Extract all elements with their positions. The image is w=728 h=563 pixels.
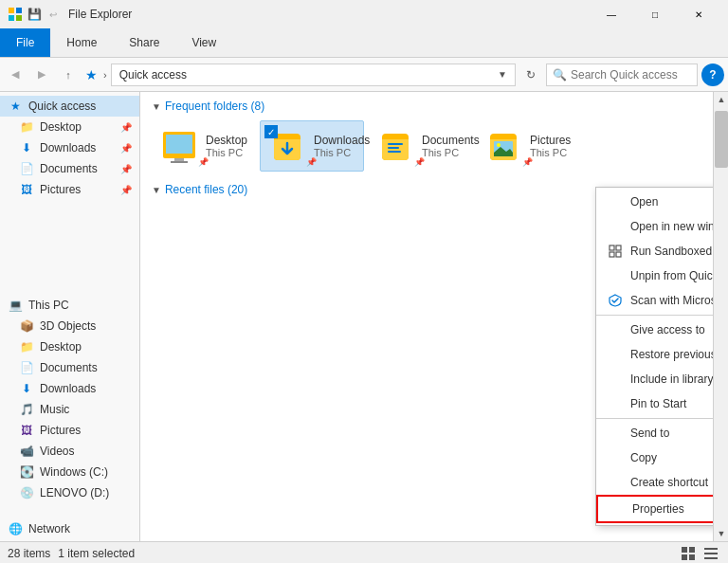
folder-item-info-documents: Documents This PC — [422, 134, 464, 158]
svg-rect-1 — [16, 8, 22, 13]
sidebar-item-lenovo[interactable]: 💿 LENOVO (D:) — [0, 482, 139, 503]
sidebar: ★ Quick access 📁 Desktop 📌 ⬇ Downloads 📌… — [0, 92, 140, 541]
folder-pin-desktop: 📌 — [198, 157, 209, 167]
sidebar-item-pictures-pc[interactable]: 🖼 Pictures — [0, 420, 139, 441]
menu-run-sandboxed[interactable]: Run Sandboxed — [596, 239, 713, 263]
sidebar-item-videos[interactable]: 📹 Videos — [0, 441, 139, 462]
menu-create-shortcut[interactable]: Create shortcut — [596, 470, 713, 495]
desktop-pc-icon: 📁 — [19, 339, 34, 354]
scroll-down-button[interactable]: ▼ — [714, 526, 728, 541]
folder-item-info-desktop: Desktop This PC — [206, 134, 247, 158]
sandboxed-icon — [608, 244, 623, 259]
sidebar-item-3d-objects[interactable]: 📦 3D Objects — [0, 316, 139, 336]
forward-button[interactable]: ▶ — [30, 64, 53, 86]
frequent-folders-header[interactable]: ▼ Frequent folders (8) — [152, 100, 701, 113]
menu-properties[interactable]: Properties — [596, 495, 713, 523]
chevron-down-icon: ▼ — [152, 101, 161, 112]
path-separator-icon: › — [103, 69, 107, 81]
scrollbar[interactable]: ▲ ▼ — [713, 92, 728, 541]
windows-drive-icon: 💽 — [19, 464, 34, 480]
svg-rect-19 — [682, 554, 687, 560]
help-button[interactable]: ? — [701, 64, 724, 86]
menu-open[interactable]: Open — [596, 190, 713, 214]
menu-give-access[interactable]: Give access to › — [596, 318, 713, 342]
sidebar-item-network[interactable]: 🌐 Network — [0, 518, 139, 539]
folder-pin-pictures: 📌 — [522, 157, 533, 167]
downloads-pc-icon: ⬇ — [19, 381, 34, 396]
minimize-button[interactable]: — — [590, 0, 633, 28]
sidebar-item-this-pc[interactable]: 💻 This PC — [0, 295, 139, 316]
menu-scan-defender[interactable]: Scan with Microsoft Defender... — [596, 288, 713, 313]
folder-item-info-pictures: Pictures This PC — [530, 134, 572, 158]
documents-big-icon — [376, 127, 414, 165]
pin-start-icon — [608, 396, 623, 411]
svg-point-12 — [497, 143, 500, 147]
search-box[interactable]: 🔍 — [546, 64, 698, 86]
sidebar-item-desktop[interactable]: 📁 Desktop 📌 — [0, 117, 139, 137]
tab-share[interactable]: Share — [113, 28, 175, 57]
refresh-button[interactable]: ↻ — [519, 64, 542, 86]
content-area: ▼ Frequent folders (8) — [140, 92, 713, 541]
search-input[interactable] — [571, 68, 691, 82]
details-view-button[interactable] — [701, 544, 720, 563]
sidebar-item-windows[interactable]: 💽 Windows (C:) — [0, 462, 139, 482]
tab-file[interactable]: File — [0, 28, 50, 57]
sidebar-item-music[interactable]: 🎵 Music — [0, 399, 139, 420]
quick-access-star-icon: ★ — [83, 67, 100, 82]
network-icon: 🌐 — [8, 521, 23, 536]
menu-pin-start[interactable]: Pin to Start — [596, 391, 713, 416]
selected-count: 1 item selected — [58, 547, 135, 560]
maximize-button[interactable]: □ — [633, 0, 677, 28]
svg-rect-23 — [704, 557, 718, 559]
copy-icon — [608, 450, 623, 465]
svg-rect-2 — [9, 15, 14, 21]
folder-checkbox: ✓ — [264, 125, 278, 138]
address-bar: ◀ ▶ ↑ ★ › Quick access ▼ ↻ 🔍 ? — [0, 58, 728, 92]
quick-access-icon: ★ — [8, 99, 23, 114]
scroll-up-button[interactable]: ▲ — [714, 92, 728, 107]
title-text: File Explorer — [64, 8, 586, 21]
restore-icon — [608, 347, 623, 362]
svg-rect-15 — [610, 252, 614, 257]
sidebar-item-downloads[interactable]: ⬇ Downloads 📌 — [0, 137, 139, 158]
items-count: 28 items — [8, 547, 50, 560]
back-button[interactable]: ◀ — [4, 64, 27, 86]
menu-send-to[interactable]: Send to › — [596, 421, 713, 445]
svg-rect-7 — [171, 161, 188, 163]
sidebar-item-documents-pc[interactable]: 📄 Documents — [0, 357, 139, 378]
sidebar-item-quick-access[interactable]: ★ Quick access — [0, 96, 139, 117]
this-pc-icon: 💻 — [8, 298, 23, 313]
downloads-folder-icon: ⬇ — [19, 140, 34, 155]
folder-item-desktop[interactable]: Desktop This PC 📌 — [152, 120, 256, 172]
view-controls — [679, 544, 720, 563]
menu-copy[interactable]: Copy — [596, 445, 713, 470]
menu-include-library[interactable]: Include in library › — [596, 367, 713, 391]
music-icon: 🎵 — [19, 402, 34, 417]
address-input[interactable]: Quick access ▼ — [111, 64, 516, 86]
scrollbar-thumb[interactable] — [715, 111, 728, 168]
sidebar-item-desktop-pc[interactable]: 📁 Desktop — [0, 336, 139, 357]
svg-rect-5 — [166, 135, 192, 154]
sidebar-item-documents[interactable]: 📄 Documents 📌 — [0, 158, 139, 179]
folder-pin-documents: 📌 — [414, 157, 425, 167]
shortcut-icon — [608, 475, 623, 490]
folder-item-documents[interactable]: Documents This PC 📌 — [368, 120, 472, 172]
tab-home[interactable]: Home — [50, 28, 113, 57]
title-bar-icons: 💾 ↩ — [8, 7, 61, 22]
menu-unpin[interactable]: Unpin from Quick access — [596, 263, 713, 288]
pin-icon-2: 📌 — [120, 143, 132, 154]
send-to-icon — [608, 426, 623, 441]
properties-icon — [610, 501, 625, 517]
sidebar-item-pictures[interactable]: 🖼 Pictures 📌 — [0, 179, 139, 200]
up-button[interactable]: ↑ — [57, 64, 80, 86]
menu-open-new-window[interactable]: Open in new window — [596, 214, 713, 239]
pictures-big-icon — [484, 127, 522, 165]
folder-item-downloads[interactable]: ✓ Downloads This PC 📌 — [260, 120, 364, 172]
folder-item-pictures[interactable]: Pictures This PC 📌 — [476, 120, 580, 172]
svg-rect-16 — [616, 252, 621, 257]
large-icons-view-button[interactable] — [679, 544, 698, 563]
tab-view[interactable]: View — [175, 28, 232, 57]
menu-restore-versions[interactable]: Restore previous versions — [596, 342, 713, 367]
sidebar-item-downloads-pc[interactable]: ⬇ Downloads — [0, 378, 139, 399]
close-button[interactable]: ✕ — [677, 0, 720, 28]
